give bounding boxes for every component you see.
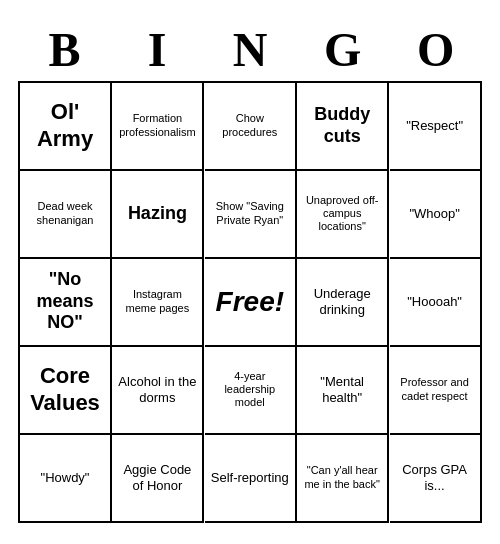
bingo-card: B I N G O Ol' Army Formation professiona…: [10, 14, 490, 531]
cell-2-2-free: Free!: [205, 259, 297, 347]
cell-1-3: Unaproved off-campus locations": [297, 171, 389, 259]
cell-0-0: Ol' Army: [20, 83, 112, 171]
cell-4-3: "Can y'all hear me in the back": [297, 435, 389, 523]
cell-1-1: Hazing: [112, 171, 204, 259]
bingo-grid: Ol' Army Formation professionalism Chow …: [18, 81, 482, 523]
title-b: B: [20, 22, 108, 77]
bingo-title: B I N G O: [18, 22, 482, 77]
cell-4-2: Self-reporting: [205, 435, 297, 523]
title-n: N: [206, 22, 294, 77]
cell-4-4: Corps GPA is...: [390, 435, 482, 523]
cell-3-2: 4-year leadership model: [205, 347, 297, 435]
cell-3-4: Professor and cadet respect: [390, 347, 482, 435]
cell-2-0: "No means NO": [20, 259, 112, 347]
cell-4-1: Aggie Code of Honor: [112, 435, 204, 523]
cell-1-0: Dead week shenanigan: [20, 171, 112, 259]
cell-3-3: "Mental health": [297, 347, 389, 435]
title-g: G: [299, 22, 387, 77]
title-o: O: [392, 22, 480, 77]
cell-2-1: Instagram meme pages: [112, 259, 204, 347]
cell-3-0: Core Values: [20, 347, 112, 435]
cell-0-4: "Respect": [390, 83, 482, 171]
cell-2-3: Underage drinking: [297, 259, 389, 347]
cell-0-3: Buddy cuts: [297, 83, 389, 171]
cell-4-0: "Howdy": [20, 435, 112, 523]
cell-0-2: Chow procedures: [205, 83, 297, 171]
cell-2-4: "Hoooah": [390, 259, 482, 347]
cell-3-1: Alcohol in the dorms: [112, 347, 204, 435]
title-i: I: [113, 22, 201, 77]
cell-1-2: Show "Saving Private Ryan": [205, 171, 297, 259]
cell-0-1: Formation professionalism: [112, 83, 204, 171]
cell-1-4: "Whoop": [390, 171, 482, 259]
